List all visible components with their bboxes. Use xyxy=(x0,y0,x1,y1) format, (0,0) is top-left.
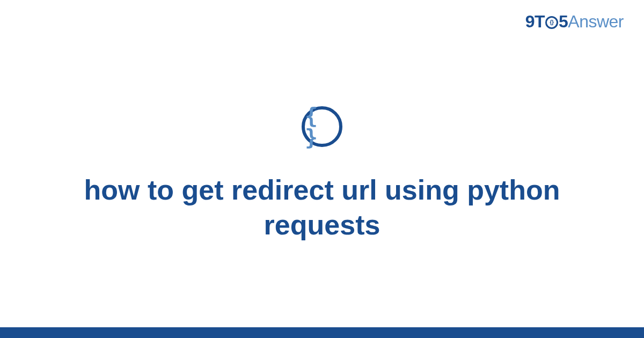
category-icon-circle: { } xyxy=(302,106,342,147)
footer-accent-bar xyxy=(0,327,644,338)
main-content: { } how to get redirect url using python… xyxy=(0,0,644,338)
question-title: how to get redirect url using python req… xyxy=(80,173,564,243)
code-braces-icon: { } xyxy=(305,105,339,148)
